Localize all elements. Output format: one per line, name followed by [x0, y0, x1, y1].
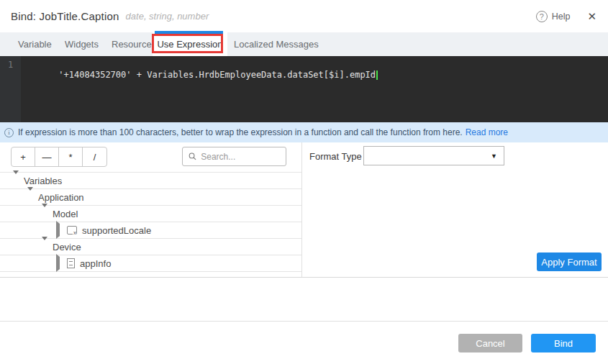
collapse-icon[interactable]: [13, 174, 19, 187]
collapse-icon[interactable]: [42, 207, 48, 220]
twisty-triangle: [42, 204, 47, 219]
tree-item-label: supportedLocale: [82, 225, 151, 236]
search-icon: [189, 152, 196, 161]
twisty-triangle: [56, 254, 60, 272]
close-icon[interactable]: ✕: [587, 10, 596, 23]
tab-resource[interactable]: Resource: [112, 32, 152, 56]
collapse-icon[interactable]: [27, 191, 34, 204]
cancel-button[interactable]: Cancel: [458, 334, 522, 352]
panel-vertical-divider: [301, 142, 302, 277]
tree-item-label: appInfo: [80, 258, 111, 269]
titlebar-actions: ? Help ✕: [536, 0, 596, 32]
twisty-triangle: [27, 187, 33, 203]
help-label[interactable]: Help: [552, 12, 571, 22]
operator-divide-button[interactable]: /: [83, 147, 106, 166]
twisty-triangle: [56, 221, 60, 239]
bind-button[interactable]: Bind: [531, 334, 596, 352]
array-type-icon: [67, 226, 77, 235]
line-number: 1: [8, 60, 13, 70]
tree-item-label: Device: [53, 242, 81, 252]
tree-item-variables[interactable]: Variables: [0, 173, 301, 189]
tree-item-device[interactable]: Device: [0, 239, 301, 255]
expand-icon[interactable]: [56, 224, 63, 237]
tab-variable[interactable]: Variable: [18, 32, 52, 56]
tree-item-appinfo[interactable]: appInfo: [0, 255, 301, 272]
tree-item-label: Application: [38, 192, 84, 203]
help-icon[interactable]: ?: [536, 11, 548, 22]
read-more-link[interactable]: Read more: [466, 127, 508, 137]
twisty-triangle: [42, 237, 47, 252]
format-type-select[interactable]: ▼: [363, 146, 504, 165]
tab-bar: VariableWidgetsResourceUse ExpressionLoc…: [0, 32, 608, 56]
tree-item-label: Variables: [24, 176, 62, 186]
info-icon: i: [4, 128, 14, 137]
tab-localized-messages[interactable]: Localized Messages: [234, 32, 319, 56]
tree-item-label: Model: [53, 209, 78, 219]
search-box[interactable]: [182, 147, 286, 166]
collapse-icon[interactable]: [42, 240, 48, 253]
info-message: If expression is more than 100 character…: [18, 127, 463, 137]
object-type-icon: [67, 258, 75, 268]
footer-divider: [0, 321, 608, 322]
variable-tree: VariablesApplicationModelsupportedLocale…: [0, 172, 301, 272]
editor-gutter: 1: [0, 56, 21, 122]
operator-plus-button[interactable]: +: [12, 147, 35, 166]
panel-bottom-border: [0, 277, 608, 278]
info-bar: i If expression is more than 100 charact…: [0, 122, 608, 142]
tree-item-model[interactable]: Model: [0, 206, 301, 222]
text-cursor: [376, 70, 378, 80]
expression-code-editor[interactable]: 1 '+14084352700' + Variables.HrdbEmploye…: [0, 56, 608, 122]
bind-dialog: Bind: JobTitle.Caption date, string, num…: [0, 0, 608, 364]
operator-minus-button[interactable]: —: [35, 147, 59, 166]
twisty-triangle: [13, 170, 19, 186]
operator-multiply-button[interactable]: *: [59, 147, 83, 166]
dialog-title-hint: date, string, number: [126, 11, 209, 22]
tab-widgets[interactable]: Widgets: [65, 32, 99, 56]
code-text: '+14084352700' + Variables.HrdbEmployeeD…: [58, 70, 376, 80]
operator-button-group: +—*/: [11, 147, 107, 167]
dialog-title: Bind: JobTitle.Caption: [11, 10, 119, 22]
dropdown-caret-icon: ▼: [491, 153, 497, 160]
code-line[interactable]: '+14084352700' + Variables.HrdbEmployeeD…: [27, 60, 378, 90]
format-type-label: Format Type: [309, 147, 362, 166]
search-input[interactable]: [201, 152, 280, 162]
apply-format-button[interactable]: Apply Format: [537, 252, 602, 271]
annotation-highlight-box: [152, 34, 223, 53]
expand-icon[interactable]: [56, 257, 63, 270]
title-bar: Bind: JobTitle.Caption date, string, num…: [0, 0, 608, 32]
